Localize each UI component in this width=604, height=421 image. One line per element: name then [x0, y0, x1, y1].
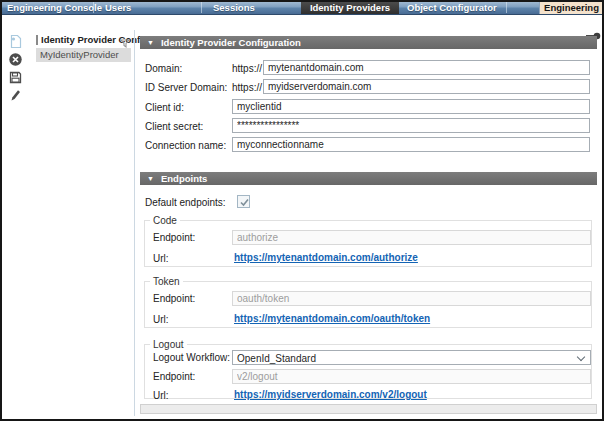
collapse-arrow-icon: ▼: [147, 36, 154, 49]
client-id-label: Client id:: [145, 102, 184, 113]
code-url-link[interactable]: https://mytenantdomain.com/authorize: [234, 252, 418, 263]
chevron-down-icon: [577, 353, 585, 361]
token-endpoint-label: Endpoint:: [153, 293, 195, 304]
section-header-configuration[interactable]: ▼Identity Provider Configuration: [140, 36, 597, 49]
tab-users[interactable]: Users: [94, 1, 201, 14]
edit-pen-icon[interactable]: [8, 88, 23, 103]
tab-sessions[interactable]: Sessions: [202, 1, 301, 14]
code-endpoint-input[interactable]: [232, 230, 591, 245]
token-group-title: Token: [150, 276, 183, 287]
code-url-label: Url:: [153, 253, 169, 264]
logout-url-link[interactable]: https://myidserverdomain.com/v2/logout: [234, 389, 427, 400]
client-id-input[interactable]: [232, 99, 590, 114]
id-server-domain-prefix: https://: [232, 82, 261, 93]
sidebar-item-identity-provider[interactable]: MyIdentityProvider: [36, 48, 131, 62]
logout-endpoint-label: Endpoint:: [153, 371, 195, 382]
delete-icon[interactable]: [8, 52, 23, 67]
logout-workflow-value: OpenId_Standard: [237, 353, 316, 364]
default-endpoints-checkbox[interactable]: [237, 195, 250, 208]
logout-group: Logout Logout Workflow: OpenId_Standard …: [144, 344, 592, 399]
id-server-domain-input[interactable]: [263, 79, 590, 94]
id-server-domain-label: ID Server Domain:: [145, 82, 227, 93]
panel-separator: [134, 30, 135, 416]
new-document-icon[interactable]: [8, 34, 23, 49]
logout-endpoint-input[interactable]: [232, 369, 591, 384]
connection-name-input[interactable]: [232, 137, 590, 152]
domain-prefix: https://: [232, 63, 261, 74]
sidebar-header-accent: [36, 35, 38, 45]
logout-workflow-label: Logout Workflow:: [153, 352, 230, 363]
logout-group-title: Logout: [150, 339, 187, 350]
code-endpoint-label: Endpoint:: [153, 232, 195, 243]
domain-label: Domain:: [145, 63, 182, 74]
tab-engineering-console[interactable]: Engineering Console: [1, 1, 93, 14]
section-title: Endpoints: [161, 173, 207, 184]
token-url-link[interactable]: https://mytenantdomain.com/oauth/token: [234, 313, 430, 324]
connection-name-label: Connection name:: [145, 140, 226, 151]
collapse-arrow-icon: ▼: [147, 172, 154, 185]
top-tab-bar: Engineering Console Users Sessions Ident…: [1, 1, 603, 15]
tab-engineering[interactable]: Engineering: [539, 1, 603, 14]
token-group: Token Endpoint: Url: https://mytenantdom…: [144, 281, 592, 328]
logout-workflow-select[interactable]: OpenId_Standard: [232, 350, 591, 365]
token-url-label: Url:: [153, 314, 169, 325]
save-icon[interactable]: [8, 70, 23, 85]
logout-url-label: Url:: [153, 390, 169, 401]
tab-separator: [506, 2, 507, 13]
code-group-title: Code: [150, 215, 180, 226]
section-title: Identity Provider Configuration: [161, 37, 301, 48]
client-secret-input[interactable]: [232, 118, 590, 133]
section-header-endpoints[interactable]: ▼Endpoints: [140, 172, 597, 185]
filter-funnel-icon[interactable]: [120, 35, 131, 45]
tab-identity-providers[interactable]: Identity Providers: [301, 1, 399, 14]
tab-object-configurator[interactable]: Object Configurator: [399, 1, 506, 14]
domain-input[interactable]: [263, 60, 590, 75]
pin-icon[interactable]: [586, 26, 601, 34]
horizontal-scrollbar-track[interactable]: [140, 404, 597, 414]
token-endpoint-input[interactable]: [232, 291, 591, 306]
default-endpoints-label: Default endpoints:: [145, 197, 226, 208]
code-group: Code Endpoint: Url: https://mytenantdoma…: [144, 220, 592, 267]
client-secret-label: Client secret:: [145, 121, 203, 132]
